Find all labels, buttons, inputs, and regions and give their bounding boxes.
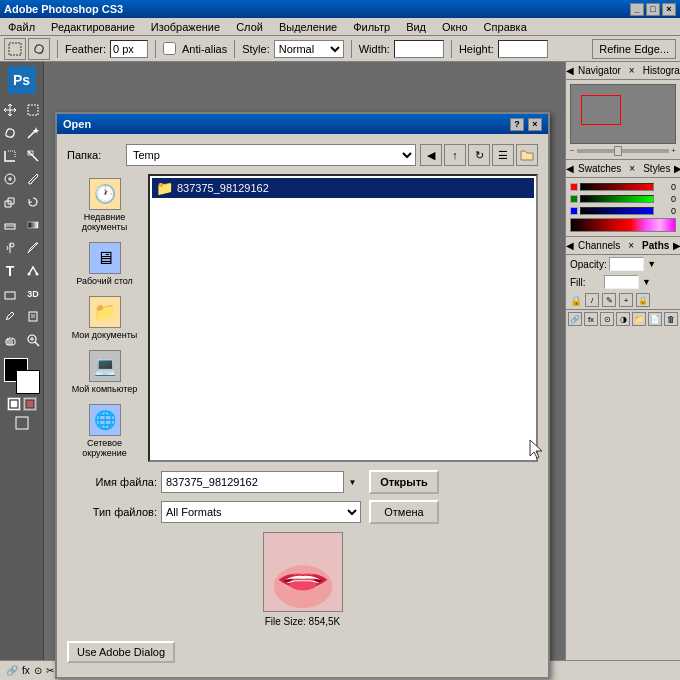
- dialog-title-bar: Open ? ×: [57, 114, 548, 134]
- dialog-body: Папка: Temp ◀ ↑ ↻ ☰: [57, 134, 548, 677]
- dialog-title-right: ? ×: [510, 118, 542, 131]
- nav-recent[interactable]: 🕐 Недавние документы: [67, 174, 142, 236]
- nav-mycomputer[interactable]: 💻 Мой компьютер: [67, 346, 142, 398]
- filename-row: Имя файла: ▼ Открыть: [67, 470, 538, 494]
- mycomputer-label: Мой компьютер: [72, 384, 138, 394]
- dialog-content: 🕐 Недавние документы 🖥 Рабочий стол 📁 Мо…: [67, 174, 538, 462]
- dialog-overlay: Open ? × Папка: Temp ◀ ↑ ↻ ☰: [0, 0, 680, 680]
- recent-label: Недавние документы: [69, 212, 140, 232]
- filename-label: Имя файла:: [67, 476, 157, 488]
- recent-icon: 🕐: [89, 178, 121, 210]
- file-icon-0: 📁: [156, 180, 173, 196]
- desktop-icon: 🖥: [89, 242, 121, 274]
- filetype-select[interactable]: All Formats: [161, 501, 361, 523]
- file-list[interactable]: 📁 837375_98129162: [148, 174, 538, 462]
- dialog-close-btn[interactable]: ×: [528, 118, 542, 131]
- preview-area: File Size: 854,5K: [67, 532, 538, 627]
- preview-image: [263, 532, 343, 612]
- up-btn[interactable]: ↑: [444, 144, 466, 166]
- view-toggle-btn[interactable]: ☰: [492, 144, 514, 166]
- filename-dropdown-btn[interactable]: ▼: [343, 471, 361, 493]
- filename-combo: ▼: [161, 471, 361, 493]
- open-button[interactable]: Открыть: [369, 470, 439, 494]
- adobe-dialog-row: Use Adobe Dialog: [67, 635, 538, 667]
- filetype-combo: All Formats: [161, 501, 361, 523]
- mouth-svg: [264, 532, 342, 612]
- nav-mydocs[interactable]: 📁 Мои документы: [67, 292, 142, 344]
- filename-input[interactable]: [161, 471, 361, 493]
- mydocs-label: Мои документы: [72, 330, 138, 340]
- file-item-0[interactable]: 📁 837375_98129162: [152, 178, 534, 198]
- desktop-label: Рабочий стол: [76, 276, 133, 286]
- file-name-0: 837375_98129162: [177, 182, 269, 194]
- folder-bar: Папка: Temp ◀ ↑ ↻ ☰: [67, 144, 538, 166]
- folder-label: Папка:: [67, 149, 122, 161]
- dialog-title: Open: [63, 118, 91, 130]
- folder-toolbar: ◀ ↑ ↻ ☰: [420, 144, 538, 166]
- folder-select[interactable]: Temp: [126, 144, 416, 166]
- mydocs-icon: 📁: [89, 296, 121, 328]
- left-nav-panel: 🕐 Недавние документы 🖥 Рабочий стол 📁 Мо…: [67, 174, 142, 462]
- nav-network[interactable]: 🌐 Сетевое окружение: [67, 400, 142, 462]
- adobe-dialog-button[interactable]: Use Adobe Dialog: [67, 641, 175, 663]
- open-dialog: Open ? × Папка: Temp ◀ ↑ ↻ ☰: [55, 112, 550, 679]
- svg-point-21: [289, 577, 316, 591]
- nav-desktop[interactable]: 🖥 Рабочий стол: [67, 238, 142, 290]
- back-btn[interactable]: ◀: [420, 144, 442, 166]
- mycomputer-icon: 💻: [89, 350, 121, 382]
- network-icon: 🌐: [89, 404, 121, 436]
- network-label: Сетевое окружение: [69, 438, 140, 458]
- refresh-btn[interactable]: ↻: [468, 144, 490, 166]
- filetype-label: Тип файлов:: [67, 506, 157, 518]
- cancel-button[interactable]: Отмена: [369, 500, 439, 524]
- new-folder-btn[interactable]: [516, 144, 538, 166]
- filetype-row: Тип файлов: All Formats Отмена: [67, 500, 538, 524]
- dialog-help-btn[interactable]: ?: [510, 118, 524, 131]
- file-size-label: File Size: 854,5K: [265, 616, 341, 627]
